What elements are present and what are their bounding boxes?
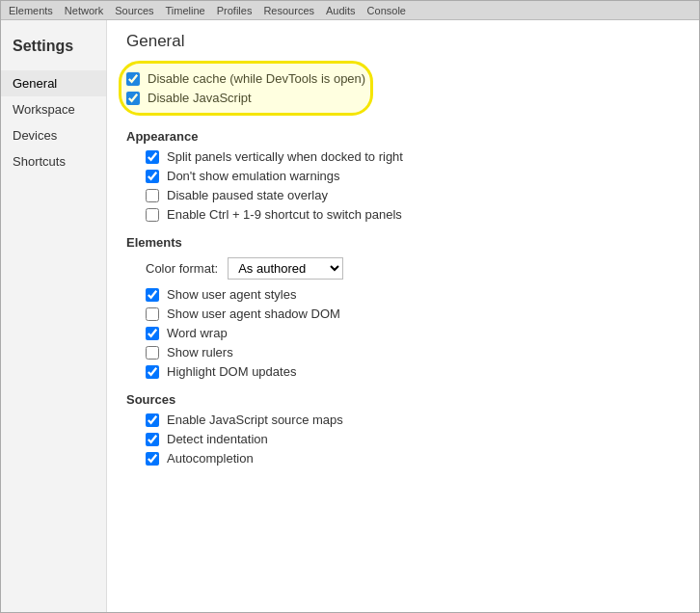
show-user-agent-styles-row: Show user agent styles [146,287,682,302]
highlight-dom-label[interactable]: Highlight DOM updates [167,364,296,379]
header-tab-profiles[interactable]: Profiles [217,5,253,16]
no-emulation-row: Don't show emulation warnings [146,169,682,183]
header-tab-network[interactable]: Network [65,5,103,16]
show-user-agent-styles-label[interactable]: Show user agent styles [167,287,296,302]
page-title: General [126,32,682,57]
word-wrap-checkbox[interactable] [146,327,159,340]
disable-js-label[interactable]: Disable JavaScript [148,91,252,105]
color-format-select[interactable]: As authored HEX RGB HSL [228,257,343,280]
show-rulers-row: Show rulers [146,345,682,360]
top-header: Elements Network Sources Timeline Profil… [1,1,699,20]
show-shadow-dom-checkbox[interactable] [146,307,159,321]
word-wrap-label[interactable]: Word wrap [167,326,228,340]
color-format-label: Color format: [146,261,218,276]
sidebar-title: Settings [1,30,106,70]
enable-js-source-maps-checkbox[interactable] [146,413,159,427]
autocompletion-checkbox[interactable] [146,452,159,466]
main-content: General Disable cache (while DevTools is… [107,20,700,613]
ctrl-shortcut-row: Enable Ctrl + 1-9 shortcut to switch pan… [146,207,682,222]
disable-cache-row: Disable cache (while DevTools is open) [126,71,365,86]
color-format-row: Color format: As authored HEX RGB HSL [146,257,682,280]
sources-header: Sources [126,392,682,407]
enable-js-source-maps-row: Enable JavaScript source maps [146,413,682,427]
sidebar-item-shortcuts[interactable]: Shortcuts [1,148,106,174]
split-panels-label[interactable]: Split panels vertically when docked to r… [167,149,403,164]
show-user-agent-styles-checkbox[interactable] [146,288,159,302]
split-panels-row: Split panels vertically when docked to r… [146,149,682,164]
autocompletion-label[interactable]: Autocompletion [167,451,254,466]
disable-js-checkbox[interactable] [126,92,140,105]
ctrl-shortcut-checkbox[interactable] [146,208,159,222]
appearance-section: Appearance Split panels vertically when … [126,129,682,222]
disable-paused-checkbox[interactable] [146,189,159,202]
appearance-header: Appearance [126,129,682,144]
elements-header: Elements [126,235,682,250]
detect-indentation-label[interactable]: Detect indentation [167,432,268,446]
disable-paused-label[interactable]: Disable paused state overlay [167,188,328,202]
header-tab-elements[interactable]: Elements [9,5,53,16]
sidebar: Settings General Workspace Devices Short… [1,20,107,613]
show-shadow-dom-row: Show user agent shadow DOM [146,306,682,321]
no-emulation-checkbox[interactable] [146,170,159,183]
show-rulers-label[interactable]: Show rulers [167,345,233,360]
highlight-dom-row: Highlight DOM updates [146,364,682,379]
sources-section: Sources Enable JavaScript source maps De… [126,392,682,466]
disable-cache-label[interactable]: Disable cache (while DevTools is open) [148,71,365,86]
highlight-dom-checkbox[interactable] [146,365,159,379]
detect-indentation-row: Detect indentation [146,432,682,446]
disable-cache-checkbox[interactable] [126,72,140,86]
show-rulers-checkbox[interactable] [146,346,159,360]
detect-indentation-checkbox[interactable] [146,433,159,446]
disable-paused-row: Disable paused state overlay [146,188,682,202]
header-tab-console[interactable]: Console [367,5,406,16]
sidebar-item-workspace[interactable]: Workspace [1,96,106,122]
ctrl-shortcut-label[interactable]: Enable Ctrl + 1-9 shortcut to switch pan… [167,207,402,222]
enable-js-source-maps-label[interactable]: Enable JavaScript source maps [167,413,343,427]
elements-section: Elements Color format: As authored HEX R… [126,235,682,379]
show-shadow-dom-label[interactable]: Show user agent shadow DOM [167,306,340,321]
sidebar-item-general[interactable]: General [1,70,106,96]
word-wrap-row: Word wrap [146,326,682,340]
disable-js-row: Disable JavaScript [126,91,365,105]
header-tab-audits[interactable]: Audits [326,5,356,16]
header-tab-timeline[interactable]: Timeline [166,5,205,16]
header-tab-resources[interactable]: Resources [263,5,314,16]
header-tab-sources[interactable]: Sources [115,5,153,16]
autocompletion-row: Autocompletion [146,451,682,466]
no-emulation-label[interactable]: Don't show emulation warnings [167,169,340,183]
split-panels-checkbox[interactable] [146,150,159,164]
sidebar-item-devices[interactable]: Devices [1,122,106,148]
